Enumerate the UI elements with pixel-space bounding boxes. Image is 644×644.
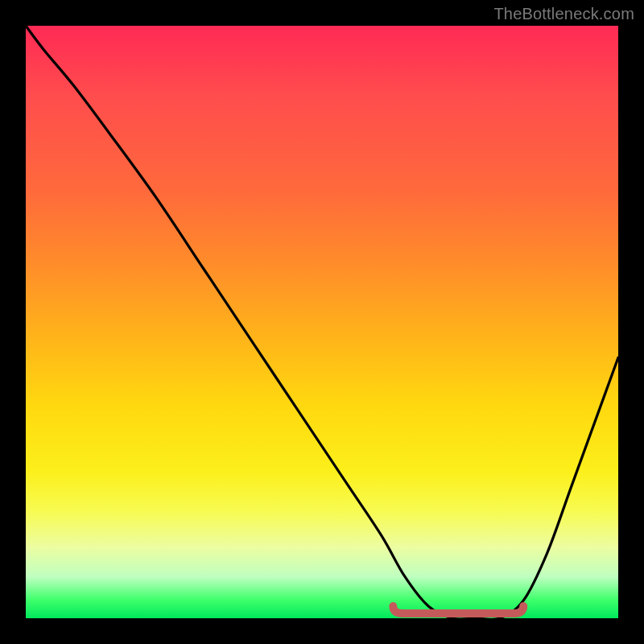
- bottleneck-curve: [26, 26, 618, 618]
- bottom-marker: [393, 606, 523, 613]
- chart-frame: TheBottleneck.com: [0, 0, 644, 644]
- chart-svg: [26, 26, 618, 618]
- watermark-text: TheBottleneck.com: [493, 5, 634, 23]
- chart-plot-area: [26, 26, 618, 618]
